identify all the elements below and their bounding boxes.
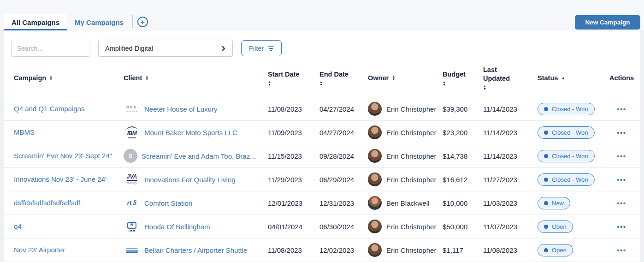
budget: $10,000 [443, 199, 483, 207]
column-header-end-date[interactable]: End Date▲▼ [319, 70, 353, 86]
plus-circle-icon: + [137, 17, 148, 27]
sort-icon: ▲▼ [443, 81, 446, 86]
client-logo [124, 248, 140, 253]
row-actions-button[interactable]: ••• [617, 129, 626, 137]
budget: $23,200 [443, 129, 483, 137]
campaign-link[interactable]: Q4 and Q1 Campaigns [14, 105, 84, 113]
client-link[interactable]: Honda Of Bellingham [144, 223, 210, 231]
campaign-link[interactable]: q4 [14, 222, 22, 230]
last-updated: 11/03/2023 [483, 199, 538, 207]
client-link[interactable]: Bellair Charters / Airporter Shuttle [144, 246, 247, 254]
owner-avatar [368, 196, 382, 210]
last-updated: 11/14/2023 [483, 129, 538, 137]
column-label: Client [124, 74, 142, 83]
budget: $1,117 [443, 246, 483, 254]
campaign-link[interactable]: dsffdsfsdfsdfsdfsdfsdf [14, 199, 80, 207]
owner-avatar [368, 102, 382, 116]
filter-button[interactable]: Filter [241, 40, 282, 56]
owner-avatar [368, 173, 382, 186]
column-header-campaign[interactable]: Campaign▲▼ [14, 74, 124, 83]
status-dot-icon [544, 225, 548, 229]
status-badge: Open [538, 244, 573, 256]
table-row: Screamin' Eve Nov 23'-Sept 24" S Screami… [4, 144, 640, 168]
publisher-dropdown[interactable]: Amplified Digital ❯︎ [98, 40, 233, 57]
tab-all-campaigns-label: All Campaigns [12, 18, 59, 26]
add-tab-button[interactable]: + [136, 15, 150, 29]
status-dot-icon [544, 131, 548, 135]
column-label: Campaign [14, 74, 46, 83]
column-header-status[interactable]: Status▲ [538, 74, 603, 83]
column-header-last-updated[interactable]: Last Updated▲▼ [483, 66, 521, 90]
column-label: Status [538, 74, 558, 83]
campaign-link[interactable]: Nov 23' Airporter [14, 246, 65, 254]
column-label: End Date [319, 70, 349, 79]
status-badge: Closed - Won [538, 150, 595, 162]
client-link[interactable]: Mount Baker Moto Sports LLC [144, 129, 237, 137]
client-link[interactable]: Screamin' Eve and Adam Too, Braz... [142, 152, 256, 160]
row-actions-button[interactable]: ••• [617, 246, 626, 254]
row-actions-button[interactable]: ••• [617, 223, 626, 231]
last-updated: 11/27/2023 [483, 176, 538, 184]
sort-icon: ▲▼ [145, 75, 148, 81]
tab-my-campaigns[interactable]: My Campaigns [70, 14, 128, 30]
budget: $14,738 [443, 152, 483, 160]
chevron-down-icon: ❯︎ [221, 46, 226, 51]
start-date: 11/09/2023 [268, 129, 319, 137]
status-badge: Closed - Won [538, 103, 595, 115]
sort-icon: ▲▼ [49, 75, 53, 81]
row-actions-button[interactable]: ••• [617, 199, 626, 207]
client-link[interactable]: Innovations For Quality Living [144, 176, 236, 184]
tab-divider [132, 15, 133, 28]
last-updated: 11/07/2023 [483, 223, 538, 231]
start-date: 12/01/2023 [268, 199, 319, 207]
status-label: Open [552, 247, 567, 254]
search-input[interactable] [11, 40, 90, 57]
last-updated: 11/14/2023 [483, 152, 538, 160]
client-link[interactable]: Neeter House of Luxury [144, 105, 217, 113]
status-dot-icon [544, 248, 548, 252]
campaign-link[interactable]: Screamin' Eve Nov 23'-Sept 24" [14, 152, 112, 160]
start-date: 11/15/2023 [268, 152, 319, 160]
sort-asc-icon: ▲ [561, 77, 565, 79]
end-date: 04/27/2024 [319, 105, 368, 113]
column-header-start-date[interactable]: Start Date▲▼ [268, 70, 306, 86]
start-date: 04/01/2024 [268, 223, 319, 231]
table-row: q4 H Honda Of Bellingham 04/01/2024 06/3… [4, 215, 640, 238]
owner-avatar [368, 220, 382, 233]
tab-all-campaigns[interactable]: All Campaigns [4, 14, 67, 30]
campaign-link[interactable]: Innovations Nov 23' - June 24' [14, 175, 106, 183]
publisher-dropdown-value: Amplified Digital [105, 45, 153, 52]
owner-name: Ben Blackwell [386, 199, 429, 207]
new-campaign-button[interactable]: New Campaign [575, 15, 640, 30]
status-label: Closed - Won [552, 129, 588, 136]
status-badge: New [538, 197, 570, 209]
row-actions-button[interactable]: ••• [617, 152, 626, 160]
owner-avatar [368, 243, 382, 257]
column-header-budget[interactable]: Budget▲▼ [443, 70, 470, 86]
row-actions-button[interactable]: ••• [617, 105, 626, 113]
end-date: 12/31/2023 [319, 199, 368, 207]
sort-icon: ▲▼ [268, 81, 271, 86]
owner-name: Erin Christopher [386, 176, 436, 184]
status-dot-icon [544, 178, 548, 182]
start-date: 11/29/2023 [268, 176, 319, 184]
start-date: 11/08/2023 [268, 246, 319, 254]
status-badge: Closed - Won [538, 173, 595, 186]
owner-name: Erin Christopher [386, 129, 436, 137]
client-logo: JVAquality [124, 174, 140, 185]
sort-icon: ▲▼ [483, 85, 486, 90]
client-logo: IBM [124, 126, 140, 138]
sort-icon: ▲▼ [392, 75, 395, 81]
end-date: 04/27/2024 [319, 129, 368, 137]
owner-name: Erin Christopher [386, 105, 436, 113]
end-date: 09/28/2024 [319, 152, 368, 160]
table-body: Q4 and Q1 Campaigns NEE Neeter House of … [4, 97, 640, 262]
client-link[interactable]: Comfort Station [144, 199, 192, 207]
last-updated: 11/08/2023 [483, 246, 538, 254]
row-actions-button[interactable]: ••• [617, 176, 626, 184]
column-header-owner[interactable]: Owner▲▼ [368, 74, 443, 83]
campaign-link[interactable]: MBMS [14, 128, 35, 136]
tab-my-campaigns-label: My Campaigns [75, 18, 124, 26]
column-header-client[interactable]: Client▲▼ [124, 74, 268, 83]
top-bar: All Campaigns My Campaigns + New Campaig… [0, 0, 644, 30]
